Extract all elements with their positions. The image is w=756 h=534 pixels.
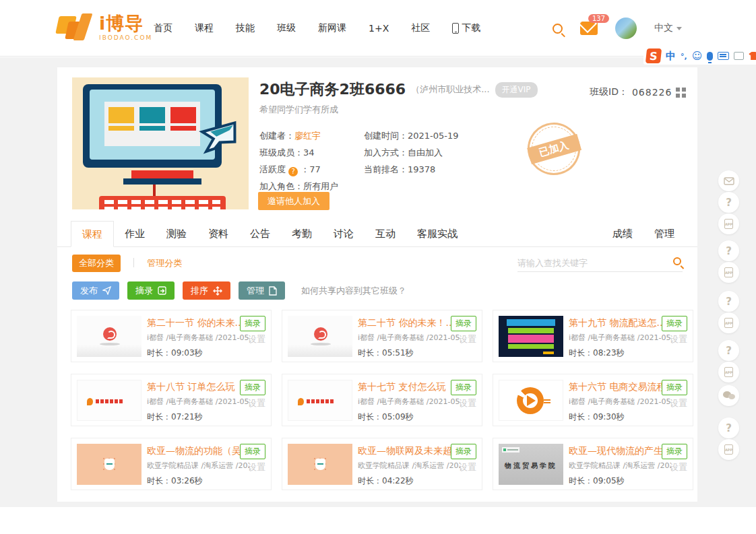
app-download-icon[interactable] — [718, 262, 739, 283]
tab-homework[interactable]: 作业 — [114, 221, 156, 247]
excerpt-badge[interactable]: 摘录 — [240, 444, 265, 459]
course-card[interactable]: 第十七节 支付怎么玩 i都督 /电子商务基础 /2021-05-... 时长：0… — [282, 374, 482, 426]
course-title[interactable]: 欧亚—现代物流的产生... — [569, 445, 663, 457]
nav-classes[interactable]: 班级 — [277, 22, 296, 34]
tab-announcements[interactable]: 公告 — [239, 221, 281, 247]
settings-link[interactable]: 设置 — [248, 461, 265, 473]
vip-badge[interactable]: 开通VIP — [495, 82, 538, 98]
tab-interaction[interactable]: 互动 — [365, 221, 406, 247]
help-icon[interactable]: ? — [288, 167, 298, 176]
envelope-icon[interactable] — [718, 170, 739, 191]
settings-link[interactable]: 设置 — [459, 397, 476, 409]
tab-materials[interactable]: 资料 — [197, 221, 239, 247]
wechat-icon[interactable] — [718, 385, 739, 406]
search-icon[interactable] — [553, 24, 563, 34]
course-card[interactable]: 欧亚—物联网及未来超... 欧亚学院精品课 /淘系运营 /202... 时长：0… — [282, 438, 482, 490]
course-title[interactable]: 欧亚—物联网及未来超... — [358, 445, 452, 457]
class-cover-image[interactable] — [72, 77, 249, 209]
settings-link[interactable]: 设置 — [248, 333, 265, 345]
messages-button[interactable]: 137 — [580, 22, 598, 35]
course-card[interactable]: 第十八节 订单怎么玩 i都督 /电子商务基础 /2021-05-... 时长：0… — [71, 374, 272, 426]
all-categories-button[interactable]: 全部分类 — [72, 255, 121, 272]
course-title[interactable]: 第十九节 物流配送怎... — [569, 317, 663, 329]
course-title[interactable]: 第十八节 订单怎么玩 — [147, 381, 241, 393]
app-download-icon[interactable] — [718, 312, 739, 333]
course-thumbnail[interactable] — [77, 380, 141, 421]
help-bubble-icon[interactable]: ? — [718, 418, 739, 438]
tab-discussion[interactable]: 讨论 — [323, 221, 365, 247]
help-bubble-icon[interactable]: ? — [718, 240, 739, 261]
settings-link[interactable]: 设置 — [248, 397, 265, 409]
course-thumbnail[interactable] — [288, 316, 352, 357]
excerpt-badge[interactable]: 摘录 — [451, 316, 476, 331]
sort-button[interactable]: 排序 — [183, 281, 230, 300]
tab-courses[interactable]: 课程 — [71, 221, 114, 247]
nav-download[interactable]: 下载 — [452, 22, 480, 34]
course-thumbnail[interactable] — [499, 316, 563, 357]
excerpt-badge[interactable]: 摘录 — [662, 316, 687, 331]
punctuation-icon[interactable]: °, — [681, 53, 687, 60]
qr-code-icon[interactable] — [676, 88, 686, 98]
creator-link[interactable]: 廖红宇 — [294, 131, 321, 141]
publish-button[interactable]: 发布 — [72, 281, 119, 300]
app-download-icon[interactable] — [718, 362, 739, 382]
excerpt-badge[interactable]: 摘录 — [662, 380, 687, 395]
course-thumbnail[interactable]: 物流贸易学院 — [499, 444, 563, 485]
nav-1x[interactable]: 1+X — [369, 23, 389, 34]
course-title[interactable]: 第二十一节 你的未来... — [147, 317, 241, 329]
course-search-icon[interactable] — [673, 257, 681, 265]
course-card[interactable]: 第二十节 你的未来！... i都督 /电子商务基础 /2021-05-... 时… — [282, 310, 482, 362]
tab-quiz[interactable]: 测验 — [156, 221, 197, 247]
share-hint-link[interactable]: 如何共享内容到其它班级？ — [301, 285, 406, 297]
course-title[interactable]: 第十七节 支付怎么玩 — [358, 381, 452, 393]
nav-community[interactable]: 社区 — [411, 22, 430, 34]
tab-manage[interactable]: 管理 — [643, 221, 685, 247]
excerpt-badge[interactable]: 摘录 — [240, 316, 265, 331]
nav-new-online-course[interactable]: 新网课 — [318, 22, 346, 34]
course-title[interactable]: 第二十节 你的未来！... — [358, 317, 452, 329]
course-thumbnail[interactable] — [77, 316, 141, 357]
course-card[interactable]: 第二十一节 你的未来... i都督 /电子商务基础 /2021-05-... 时… — [71, 310, 272, 362]
course-thumbnail[interactable] — [499, 380, 563, 421]
help-bubble-icon[interactable]: ? — [718, 291, 739, 312]
course-card[interactable]: 物流贸易学院 欧亚—现代物流的产生... 欧亚学院精品课 /淘系运营 /202.… — [493, 438, 693, 490]
excerpt-button[interactable]: 摘录 — [127, 281, 175, 300]
handwriting-icon[interactable] — [734, 52, 744, 60]
app-download-icon[interactable] — [718, 213, 739, 234]
settings-link[interactable]: 设置 — [670, 461, 687, 473]
course-title[interactable]: 欧亚—物流的功能（吴... — [147, 445, 241, 457]
course-card[interactable]: 欧亚—物流的功能（吴... 欧亚学院精品课 /淘系运营 /202... 时长：0… — [71, 438, 272, 490]
course-search-input[interactable] — [517, 255, 659, 271]
manage-categories-link[interactable]: 管理分类 — [147, 258, 182, 268]
app-download-icon[interactable] — [718, 439, 739, 460]
course-thumbnail[interactable] — [288, 444, 352, 485]
help-bubble-icon[interactable]: ? — [718, 192, 739, 213]
course-card[interactable]: 第十六节 电商交易流程 i都督 /电子商务基础 /2021-05-... 时长：… — [493, 374, 693, 426]
emoji-icon[interactable]: ☺ — [692, 51, 703, 61]
excerpt-badge[interactable]: 摘录 — [451, 444, 476, 459]
course-title[interactable]: 第十六节 电商交易流程 — [569, 381, 663, 393]
chinese-mode-icon[interactable]: 中 — [666, 51, 676, 61]
help-bubble-icon[interactable]: ? — [718, 340, 739, 361]
tab-grades[interactable]: 成绩 — [602, 221, 643, 247]
settings-link[interactable]: 设置 — [670, 333, 687, 345]
settings-link[interactable]: 设置 — [459, 461, 476, 473]
nav-courses[interactable]: 课程 — [195, 22, 214, 34]
tab-service-practice[interactable]: 客服实战 — [406, 221, 468, 247]
settings-link[interactable]: 设置 — [459, 333, 476, 345]
excerpt-badge[interactable]: 摘录 — [451, 380, 476, 395]
skin-icon[interactable] — [749, 52, 756, 60]
sogou-logo-icon[interactable]: S — [645, 48, 662, 63]
tab-attendance[interactable]: 考勤 — [281, 221, 323, 247]
site-logo[interactable]: i博导 IBODAO.COM — [57, 12, 152, 43]
mic-icon[interactable] — [707, 52, 713, 61]
nav-skills[interactable]: 技能 — [236, 22, 255, 34]
invite-button[interactable]: 邀请他人加入 — [258, 192, 329, 210]
course-thumbnail[interactable] — [77, 444, 141, 485]
excerpt-badge[interactable]: 摘录 — [662, 444, 687, 459]
avatar[interactable] — [615, 18, 637, 39]
keyboard-icon[interactable] — [718, 52, 729, 60]
course-card[interactable]: 第十九节 物流配送怎... i都督 /电子商务基础 /2021-05-... 时… — [493, 310, 693, 362]
nav-home[interactable]: 首页 — [154, 22, 172, 34]
course-thumbnail[interactable] — [288, 380, 352, 421]
